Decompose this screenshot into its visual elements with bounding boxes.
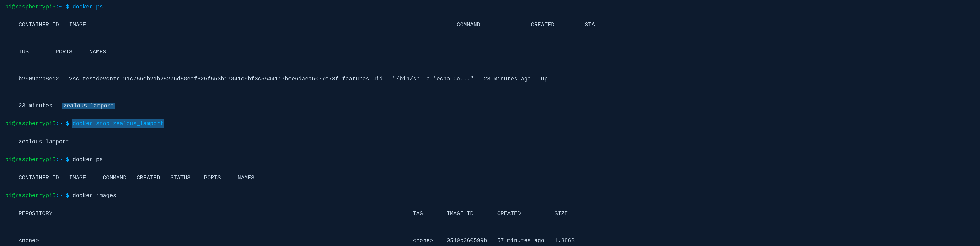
images-header: REPOSITORY TAG IMAGE ID CREATED SIZE <box>5 200 975 227</box>
prompt-user-2: pi@raspberrypi5 <box>5 119 56 128</box>
command-docker-images: docker images <box>73 191 116 200</box>
images-row-none: <none> <none> 0540b360599b 57 minutes ag… <box>5 227 975 246</box>
command-line-docker-ps-2: pi@raspberrypi5:~ $ docker ps <box>5 155 975 164</box>
command-line-docker-ps-1: pi@raspberrypi5:~ $ docker ps <box>5 3 975 11</box>
command-docker-stop: docker stop zealous_lamport <box>73 119 163 128</box>
prompt-user-4: pi@raspberrypi5 <box>5 191 56 200</box>
command-line-docker-stop: pi@raspberrypi5:~ $ docker stop zealous_… <box>5 119 975 128</box>
ps-header-1: CONTAINER ID IMAGE COMMAND CREATED STA <box>5 11 975 38</box>
prompt-sep-1: :~ $ <box>56 3 73 11</box>
ps-header-2: TUS PORTS NAMES <box>5 38 975 65</box>
ps2-header-text: CONTAINER ID IMAGE COMMAND CREATED STATU… <box>19 175 255 181</box>
ps-header-text-2: TUS PORTS NAMES <box>19 49 106 55</box>
stop-output: zealous_lamport <box>5 128 975 156</box>
command-docker-ps-1: docker ps <box>73 3 103 11</box>
prompt-user-1: pi@raspberrypi5 <box>5 3 56 11</box>
images-header-text: REPOSITORY TAG IMAGE ID CREATED SIZE <box>19 211 568 217</box>
ps-header-text-1: CONTAINER ID IMAGE COMMAND CREATED STA <box>19 22 595 28</box>
command-line-docker-images: pi@raspberrypi5:~ $ docker images <box>5 191 975 200</box>
terminal-container: pi@raspberrypi5:~ $ docker ps CONTAINER … <box>5 3 975 246</box>
container-row-2: 23 minutes zealous_lamport <box>5 93 975 120</box>
container-name-highlight: zealous_lamport <box>62 103 115 109</box>
prompt-sep-3: :~ $ <box>56 155 73 164</box>
ps2-header: CONTAINER ID IMAGE COMMAND CREATED STATU… <box>5 164 975 191</box>
prompt-sep-4: :~ $ <box>56 191 73 200</box>
command-docker-ps-2: docker ps <box>73 155 103 164</box>
prompt-sep-2: :~ $ <box>56 119 73 128</box>
stop-output-text: zealous_lamport <box>19 139 69 145</box>
container-uptime: 23 minutes <box>19 103 62 109</box>
prompt-user-3: pi@raspberrypi5 <box>5 155 56 164</box>
images-row-none-text: <none> <none> 0540b360599b 57 minutes ag… <box>19 238 574 244</box>
container-row-1: b2909a2b8e12 vsc-testdevcntr-91c756db21b… <box>5 65 975 93</box>
container-row-text-1: b2909a2b8e12 vsc-testdevcntr-91c756db21b… <box>19 76 548 82</box>
